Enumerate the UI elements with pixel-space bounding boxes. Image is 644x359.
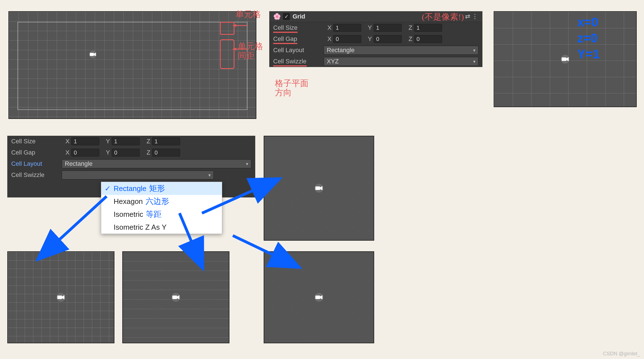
cell-size-x-2[interactable]	[71, 137, 99, 145]
cell-size-label-2: Cell Size	[11, 138, 62, 145]
cell-layout-label: Cell Layout	[273, 47, 324, 54]
annotation-swizzle-text: 格子平面 方向	[275, 79, 309, 97]
menu-item-rectangle[interactable]: ✓ Rectangle矩形	[101, 182, 222, 195]
scene-rectangle-small	[7, 251, 114, 343]
camera-icon	[88, 50, 98, 58]
scene-hexagon	[122, 251, 229, 343]
watermark: CSDN @gimlet_	[603, 351, 640, 357]
preset-icon[interactable]: ⇄	[464, 13, 471, 20]
cell-layout-menu: ✓ Rectangle矩形 Hexagon六边形 Isometric等距 Iso…	[101, 182, 222, 234]
cell-size-y[interactable]	[374, 24, 402, 32]
cell-swizzle-label: Cell Swizzle	[273, 58, 307, 66]
cell-layout-dropdown-2[interactable]: Rectangle	[62, 159, 251, 168]
scene-top-right	[494, 11, 637, 107]
scene-isometric-zasy	[264, 251, 374, 343]
cell-gap-z-2[interactable]	[152, 149, 180, 157]
kebab-icon[interactable]: ⋮	[471, 13, 479, 20]
cell-swizzle-dropdown[interactable]: XYZ	[324, 57, 479, 66]
cell-gap-x[interactable]	[333, 35, 361, 43]
grid-enable-checkbox[interactable]: ✓	[283, 13, 290, 20]
cell-size-x[interactable]	[333, 24, 361, 32]
cell-size-z[interactable]	[414, 24, 442, 32]
cell-gap-y-2[interactable]	[112, 149, 140, 157]
cell-size-label: Cell Size	[273, 24, 298, 33]
camera-icon	[313, 293, 325, 302]
check-icon: ✓	[105, 184, 111, 193]
annotation-title-note: (不是像素!)	[422, 12, 464, 21]
cell-size-z-2[interactable]	[152, 137, 180, 145]
cell-swizzle-dropdown-2[interactable]	[62, 171, 214, 180]
camera-icon	[170, 293, 182, 302]
cell-size-y-2[interactable]	[112, 137, 140, 145]
menu-item-isometric[interactable]: Isometric等距	[101, 208, 222, 221]
cell-gap-label-2: Cell Gap	[11, 149, 62, 156]
camera-icon	[55, 293, 67, 302]
component-title: Grid	[293, 13, 422, 20]
annotation-box-cellsize	[220, 22, 234, 35]
cell-gap-x-2[interactable]	[71, 149, 99, 157]
cell-gap-z[interactable]	[414, 35, 442, 43]
camera-icon	[559, 55, 571, 64]
scene-top-main	[8, 11, 256, 119]
camera-icon	[313, 184, 325, 193]
cell-layout-label-2: Cell Layout	[11, 160, 62, 167]
cell-layout-dropdown[interactable]: Rectangle	[324, 46, 479, 55]
menu-item-isometric-zasy[interactable]: Isometric Z As Y	[101, 221, 222, 234]
cell-gap-y[interactable]	[374, 35, 402, 43]
cell-swizzle-label-2: Cell Swizzle	[11, 171, 62, 179]
cell-gap-label: Cell Gap	[273, 35, 297, 44]
inspector-top: 🌸 ✓ Grid (不是像素!) ⇄ ⋮ Cell Size X Y Z Cel…	[269, 11, 482, 67]
annotation-box-cellgap	[220, 39, 234, 69]
menu-item-hexagon[interactable]: Hexagon六边形	[101, 195, 222, 208]
scene-isometric	[264, 136, 374, 241]
flower-icon: 🌸	[273, 13, 281, 20]
